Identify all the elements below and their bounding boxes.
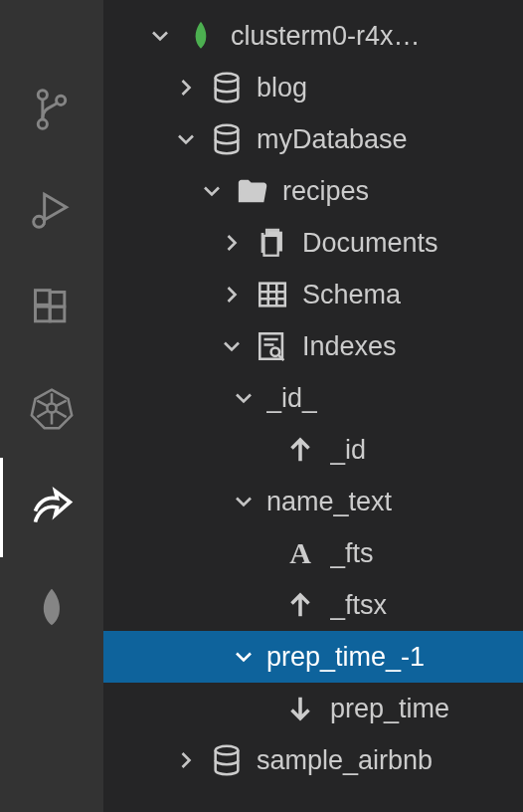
indexes-node[interactable]: Indexes (103, 320, 523, 372)
index-field-ftsx[interactable]: _ftsx (103, 579, 523, 631)
database-label: sample_airbnb (257, 745, 433, 776)
activity-source-control[interactable] (0, 60, 103, 159)
folder-open-icon (235, 173, 270, 209)
svg-rect-4 (36, 306, 51, 321)
table-icon (255, 277, 290, 312)
arrow-down-icon (282, 691, 318, 726)
database-icon (209, 70, 245, 105)
chevron-down-icon (229, 642, 259, 672)
schema-label: Schema (302, 280, 401, 310)
database-label: blog (257, 73, 307, 103)
activity-share[interactable] (0, 458, 103, 557)
chevron-down-icon (197, 176, 227, 206)
index-search-icon (255, 328, 290, 364)
collection-recipes[interactable]: recipes (103, 165, 523, 217)
chevron-down-icon (145, 21, 175, 51)
chevron-right-icon (217, 280, 247, 309)
index-field-label: _id (330, 435, 366, 466)
index-name-text[interactable]: name_text (103, 476, 523, 527)
activity-mongodb[interactable] (0, 557, 103, 657)
chevron-down-icon (171, 124, 201, 154)
chevron-down-icon (229, 383, 259, 413)
svg-point-0 (38, 91, 47, 100)
index-id[interactable]: _id_ (103, 372, 523, 424)
index-field-fts[interactable]: A _fts (103, 527, 523, 579)
database-mydatabase[interactable]: myDatabase (103, 113, 523, 165)
share-icon (30, 486, 74, 529)
svg-rect-13 (264, 236, 278, 256)
index-label: _id_ (266, 383, 317, 414)
database-label: myDatabase (257, 124, 408, 155)
svg-point-16 (271, 347, 280, 356)
cluster-node[interactable]: clusterm0-r4x… (103, 10, 523, 62)
activity-bar (0, 0, 103, 812)
mongodb-leaf-icon (183, 18, 219, 54)
arrow-up-icon (282, 432, 318, 468)
schema-node[interactable]: Schema (103, 269, 523, 320)
svg-point-10 (216, 74, 239, 83)
index-prep-time[interactable]: prep_time_-1 (103, 631, 523, 683)
chevron-right-icon (217, 228, 247, 258)
svg-rect-7 (36, 291, 51, 305)
index-field-label: prep_time (330, 694, 449, 724)
documents-node[interactable]: Documents (103, 217, 523, 269)
mongodb-leaf-icon (30, 585, 74, 629)
chevron-right-icon (171, 745, 201, 775)
arrow-up-icon (282, 587, 318, 623)
index-label: name_text (266, 487, 392, 517)
indexes-label: Indexes (302, 331, 397, 362)
activity-run-debug[interactable] (0, 159, 103, 259)
svg-rect-6 (50, 293, 65, 307)
svg-rect-5 (50, 306, 65, 321)
svg-point-17 (216, 746, 239, 755)
chevron-down-icon (217, 331, 247, 361)
text-icon: A (282, 535, 318, 571)
index-field-label: _ftsx (330, 590, 387, 621)
svg-point-1 (38, 119, 47, 128)
svg-point-9 (47, 403, 56, 412)
collection-label: recipes (282, 176, 369, 207)
play-bug-icon (30, 187, 74, 231)
database-blog[interactable]: blog (103, 62, 523, 113)
cluster-label: clusterm0-r4x… (231, 21, 421, 52)
chevron-down-icon (229, 487, 259, 516)
activity-kubernetes[interactable] (0, 358, 103, 458)
branch-icon (30, 88, 74, 131)
database-sample-airbnb[interactable]: sample_airbnb (103, 734, 523, 786)
documents-icon (255, 225, 290, 261)
chevron-right-icon (171, 73, 201, 102)
index-label: prep_time_-1 (266, 642, 425, 673)
database-icon (209, 121, 245, 157)
documents-label: Documents (302, 228, 438, 259)
svg-point-11 (216, 125, 239, 133)
database-icon (209, 742, 245, 778)
index-field-label: _fts (330, 538, 374, 569)
kubernetes-icon (30, 386, 74, 430)
activity-explorer[interactable] (0, 0, 103, 60)
extensions-icon (30, 287, 74, 330)
index-field-prep-time[interactable]: prep_time (103, 683, 523, 734)
activity-extensions[interactable] (0, 259, 103, 358)
database-tree: clusterm0-r4x… blog myDatabase recipes D… (103, 0, 523, 812)
index-field-id[interactable]: _id (103, 424, 523, 476)
svg-point-2 (57, 96, 66, 104)
svg-rect-14 (260, 284, 285, 306)
